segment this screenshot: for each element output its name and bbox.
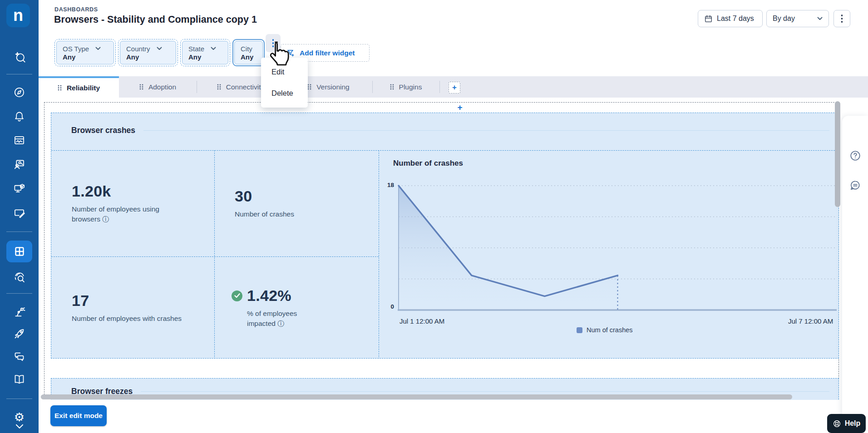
metric-employees-with-crashes: 17 Number of employees with crashes bbox=[51, 256, 214, 359]
rocket-icon[interactable] bbox=[0, 324, 39, 344]
tab-label: Adoption bbox=[148, 83, 176, 91]
sidebar-divider bbox=[6, 231, 32, 232]
automation-arm-icon[interactable] bbox=[0, 302, 39, 322]
help-label: Help bbox=[845, 419, 861, 428]
exit-edit-mode-button[interactable]: Exit edit mode bbox=[50, 405, 107, 426]
granularity-select[interactable]: By day bbox=[766, 10, 829, 27]
os-type-filter[interactable]: OS Type Any bbox=[56, 41, 114, 64]
grid-line bbox=[51, 256, 379, 257]
feedback-chat-icon[interactable] bbox=[849, 179, 861, 191]
metric-label: % of employees impacted ⓘ bbox=[247, 309, 324, 328]
filter-widget-os-type: OS Type Any bbox=[54, 39, 116, 66]
kebab-icon bbox=[272, 39, 274, 47]
page-title: Browsers - Stability and Compliance copy… bbox=[54, 14, 257, 25]
metric-value: 17 bbox=[72, 292, 214, 310]
monitor-activity-icon[interactable] bbox=[0, 130, 39, 150]
drag-handle-icon bbox=[58, 85, 62, 91]
life-ring-icon bbox=[833, 419, 841, 428]
chart-title: Number of crashes bbox=[393, 159, 463, 168]
status-ok-icon bbox=[232, 290, 242, 301]
metric-label: Number of employees using browsers ⓘ bbox=[72, 204, 185, 224]
tab-label: Versioning bbox=[316, 83, 349, 91]
sidebar-divider bbox=[6, 399, 32, 399]
filter-widget-context-menu: Edit Delete bbox=[261, 58, 308, 108]
tab-separator bbox=[439, 81, 440, 93]
filter-value: Any bbox=[188, 53, 222, 61]
settings-gear-icon[interactable]: ⚙ bbox=[0, 408, 39, 422]
sidebar-scroll-down-icon[interactable] bbox=[0, 421, 39, 432]
add-tab-button[interactable]: + bbox=[449, 82, 460, 93]
add-section-button[interactable]: + bbox=[455, 103, 464, 112]
filter-widget-state: State Any bbox=[180, 39, 230, 66]
bell-icon[interactable] bbox=[0, 106, 39, 126]
card-pen-icon[interactable] bbox=[0, 202, 39, 222]
info-icon[interactable]: ⓘ bbox=[102, 215, 109, 223]
y-axis-max-label: 18 bbox=[382, 182, 394, 188]
section-title-rule bbox=[143, 130, 829, 131]
tab-reliability[interactable]: Reliability bbox=[39, 76, 119, 98]
section-title: Browser crashes bbox=[71, 126, 135, 135]
sidebar-item-dashboards-active[interactable] bbox=[6, 241, 32, 262]
grid-line bbox=[51, 150, 839, 151]
drag-handle-icon bbox=[390, 84, 394, 90]
compass-icon[interactable] bbox=[0, 82, 39, 102]
fingerprint-search-icon[interactable] bbox=[0, 267, 39, 287]
filter-label: City bbox=[241, 45, 252, 53]
filter-plus-icon bbox=[286, 49, 296, 58]
grid-line bbox=[379, 150, 379, 359]
menu-item-delete[interactable]: Delete bbox=[261, 83, 308, 104]
tab-label: Reliability bbox=[67, 84, 100, 92]
tab-plugins[interactable]: Plugins bbox=[372, 76, 439, 98]
city-filter[interactable]: City Any bbox=[234, 41, 263, 64]
employee-screen-icon[interactable] bbox=[0, 154, 39, 174]
section-title-rule bbox=[141, 391, 829, 392]
add-filter-widget-label: Add filter widget bbox=[300, 49, 355, 57]
metric-label: Number of employees with crashes bbox=[72, 314, 194, 324]
app-window: n bbox=[0, 0, 868, 433]
metric-percent-impacted: 1.42% % of employees impacted ⓘ bbox=[214, 256, 379, 359]
filter-label: Country bbox=[126, 45, 150, 53]
y-axis-min-label: 0 bbox=[382, 303, 394, 310]
legend-label: Num of crashes bbox=[587, 326, 633, 334]
date-range-button[interactable]: Last 7 days bbox=[698, 10, 763, 27]
kebab-icon bbox=[841, 15, 843, 23]
chat-bubbles-icon[interactable] bbox=[0, 346, 39, 366]
metric-employees-using-browsers: 1.20k Number of employees using browsers… bbox=[51, 150, 214, 256]
drag-handle-icon bbox=[139, 84, 143, 90]
help-button[interactable]: Help bbox=[827, 414, 866, 433]
help-side-rail bbox=[842, 116, 868, 433]
country-filter[interactable]: Country Any bbox=[120, 41, 176, 64]
nexthink-logo[interactable]: n bbox=[6, 4, 30, 27]
drag-handle-icon bbox=[217, 84, 221, 90]
horizontal-scrollbar[interactable] bbox=[41, 394, 792, 399]
vertical-scrollbar[interactable] bbox=[835, 101, 840, 207]
chart-area-fill bbox=[399, 186, 618, 310]
crashes-line-chart bbox=[399, 186, 837, 310]
ai-search-icon[interactable] bbox=[0, 47, 39, 67]
chevron-down-icon bbox=[95, 47, 101, 50]
x-axis-start-label: Jul 1 12:00 AM bbox=[399, 317, 444, 325]
dashboard-more-button[interactable] bbox=[833, 10, 850, 27]
sidebar-divider bbox=[6, 74, 32, 74]
metric-number-of-crashes: 30 Number of crashes bbox=[214, 150, 379, 256]
filter-widget-menu-button[interactable] bbox=[266, 34, 281, 52]
filter-widget-city-selected: City Any bbox=[232, 39, 265, 66]
state-filter[interactable]: State Any bbox=[182, 41, 228, 64]
legend-swatch bbox=[577, 327, 582, 333]
tab-label: Plugins bbox=[399, 83, 422, 91]
library-book-icon[interactable] bbox=[0, 369, 39, 389]
grid-line bbox=[214, 150, 215, 359]
filter-widget-country: Country Any bbox=[118, 39, 178, 66]
dashboard-tab-bar: Reliability Adoption Connectivity Versio… bbox=[39, 76, 868, 98]
device-cube-icon[interactable] bbox=[0, 178, 39, 198]
menu-item-edit[interactable]: Edit bbox=[261, 61, 308, 83]
edit-mode-footer bbox=[39, 400, 868, 433]
breadcrumb: DASHBOARDS bbox=[54, 6, 98, 13]
tab-adoption[interactable]: Adoption bbox=[119, 76, 197, 98]
help-question-icon[interactable] bbox=[849, 150, 861, 162]
calendar-icon bbox=[704, 15, 713, 23]
filter-label: OS Type bbox=[63, 45, 89, 53]
info-icon[interactable]: ⓘ bbox=[277, 320, 284, 327]
metric-value: 30 bbox=[235, 187, 379, 205]
granularity-value: By day bbox=[773, 15, 795, 23]
